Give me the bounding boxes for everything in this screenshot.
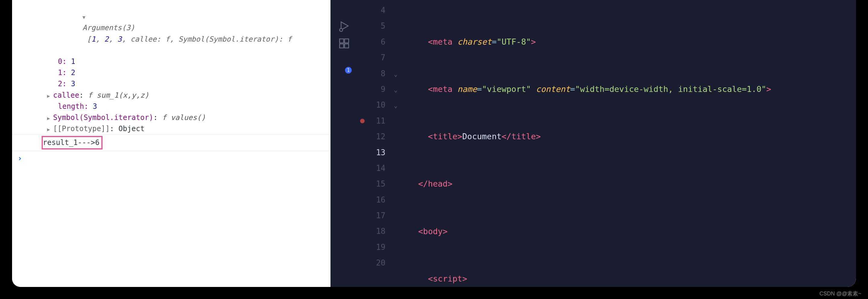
svg-rect-3 [345,39,349,43]
key: 1 [58,68,62,77]
line-number[interactable]: 17 [358,208,385,223]
line-number[interactable]: 16 [358,192,385,208]
callee-row[interactable]: callee: f sum_1(x,y,z) [12,90,330,101]
length-row[interactable]: length: 3 [12,101,330,112]
code-line: <title>Document</title> [408,129,856,144]
line-number[interactable]: 4 [358,2,385,18]
console-log-result[interactable]: result_1--->6 [12,134,330,151]
activity-bar: 1 [331,0,358,287]
val: 3 [71,79,75,88]
label: Symbol(Symbol.iterator) [53,113,153,122]
console-object-header[interactable]: Arguments(3) [1, 2, 3, callee: f, Symbol… [12,0,330,56]
line-number[interactable]: 7 [358,50,385,65]
line-number[interactable]: 20 [358,255,385,271]
chevron-right-icon[interactable] [47,112,53,123]
svg-rect-5 [345,44,349,48]
arguments-label: Arguments(3) [83,24,135,32]
label: length [58,102,84,111]
svg-point-1 [340,28,343,31]
line-number[interactable]: 15 [358,176,385,192]
code-line: <meta charset="UTF-8"> [408,34,856,50]
arg-entry-2[interactable]: 2: 3 [12,78,330,90]
label: callee [53,91,79,99]
line-number[interactable]: 19 [358,239,385,255]
extensions-badge: 1 [345,67,352,73]
chevron-down-icon[interactable] [83,11,89,22]
devtools-console[interactable]: Arguments(3) [1, 2, 3, callee: f, Symbol… [12,0,331,287]
chevron-right-icon[interactable] [47,90,53,101]
code-line: <script> [408,271,856,287]
code-area[interactable]: <meta charset="UTF-8"> <meta name="viewp… [408,0,856,287]
result-text: result_1--->6 [43,138,99,147]
line-number-gutter: 4 5 6 7 8 9 10 11 12 13 14 15 16 17 18 1… [358,0,394,287]
code-line: <meta name="viewport" content="width=dev… [408,81,856,97]
extensions-icon[interactable] [338,37,350,49]
fold-icon[interactable]: ⌄ [394,82,408,98]
console-prompt[interactable] [12,151,330,164]
fold-column: ⌄ ⌄ ⌄ [394,0,408,287]
val: Object [119,125,145,133]
line-number[interactable]: 6 [358,34,385,50]
line-number[interactable]: 12 [358,129,385,144]
val: f sum_1(x,y,z) [88,91,149,99]
line-number[interactable]: 10 [358,97,385,113]
arg-entry-0[interactable]: 0: 1 [12,56,330,67]
highlight-box: result_1--->6 [42,136,102,150]
breakpoint-icon[interactable] [360,119,365,123]
val: 1 [71,57,75,66]
line-number[interactable]: 9 [358,81,385,97]
label: [[Prototype]] [53,125,110,133]
chevron-right-icon[interactable] [47,123,53,134]
svg-rect-4 [340,44,343,48]
watermark: CSDN @@素素~ [819,290,861,297]
svg-rect-2 [340,39,343,43]
key: 0 [58,57,62,66]
code-line: </head> [408,176,856,192]
arg-entry-1[interactable]: 1: 2 [12,67,330,78]
line-number[interactable]: 13 [358,145,385,160]
key: 2 [58,79,62,88]
symbol-row[interactable]: Symbol(Symbol.iterator): f values() [12,112,330,123]
fold-icon[interactable]: ⌄ [394,98,408,113]
debug-icon[interactable] [338,20,350,32]
line-number[interactable]: 5 [358,18,385,34]
val: f values() [162,113,206,122]
prototype-row[interactable]: [[Prototype]]: Object [12,123,330,134]
val: 3 [93,102,97,111]
app-container: Arguments(3) [1, 2, 3, callee: f, Symbol… [12,0,856,287]
fold-icon[interactable]: ⌄ [394,66,408,82]
line-number[interactable]: 18 [358,223,385,239]
line-number[interactable]: 8 [358,66,385,81]
val: 2 [71,68,75,77]
line-number[interactable]: 14 [358,160,385,176]
code-line: <body> [408,224,856,239]
code-editor[interactable]: 1 4 5 6 7 8 9 10 11 12 13 14 15 16 17 18… [331,0,856,287]
